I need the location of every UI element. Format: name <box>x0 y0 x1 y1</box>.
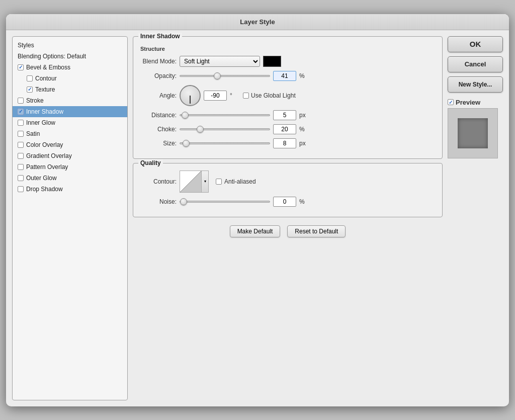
anti-aliased-row: Anti-aliased <box>216 178 256 185</box>
sidebar-item-texture[interactable]: Texture <box>13 84 127 95</box>
sidebar-item-blending-options[interactable]: Blending Options: Default <box>13 51 127 62</box>
choke-row: Choke: % <box>140 124 435 134</box>
anti-aliased-checkbox[interactable] <box>216 179 222 185</box>
preview-label-text: Preview <box>456 99 480 106</box>
inner-shadow-section-title: Inner Shadow <box>138 33 182 40</box>
use-global-light-row: Use Global Light <box>243 92 296 99</box>
layer-style-dialog: Layer Style Styles Blending Options: Def… <box>6 14 509 406</box>
noise-unit: % <box>299 198 309 205</box>
sidebar-item-outer-glow[interactable]: Outer Glow <box>13 173 127 184</box>
opacity-input[interactable] <box>273 71 296 81</box>
sidebar-item-bevel-emboss[interactable]: Bevel & Emboss <box>13 62 127 73</box>
blend-mode-label: Blend Mode: <box>140 58 177 65</box>
sidebar: Styles Blending Options: Default Bevel &… <box>12 36 128 400</box>
use-global-light-label: Use Global Light <box>251 92 296 99</box>
label-texture: Texture <box>35 86 55 93</box>
ok-button[interactable]: OK <box>448 36 503 52</box>
opacity-label: Opacity: <box>140 72 177 79</box>
checkbox-satin[interactable] <box>18 131 24 137</box>
checkbox-inner-shadow[interactable] <box>18 109 24 115</box>
angle-label: Angle: <box>140 92 177 99</box>
sidebar-item-color-overlay[interactable]: Color Overlay <box>13 139 127 150</box>
sidebar-item-pattern-overlay[interactable]: Pattern Overlay <box>13 161 127 173</box>
anti-aliased-label: Anti-aliased <box>224 178 256 185</box>
distance-unit: px <box>299 112 309 119</box>
noise-slider[interactable] <box>180 201 270 203</box>
checkbox-texture[interactable] <box>27 87 33 93</box>
angle-dial[interactable] <box>180 85 201 106</box>
choke-unit: % <box>299 126 309 133</box>
distance-label: Distance: <box>140 112 177 119</box>
sidebar-item-drop-shadow[interactable]: Drop Shadow <box>13 184 127 195</box>
make-default-button[interactable]: Make Default <box>230 225 281 237</box>
blend-mode-row: Blend Mode: Soft Light Normal Multiply S… <box>140 56 435 67</box>
sidebar-item-inner-shadow[interactable]: Inner Shadow <box>13 106 127 117</box>
size-input[interactable] <box>273 138 296 148</box>
noise-row: Noise: % <box>140 197 435 207</box>
checkbox-inner-glow[interactable] <box>18 120 24 126</box>
sidebar-item-gradient-overlay[interactable]: Gradient Overlay <box>13 150 127 161</box>
choke-slider-track <box>180 126 270 133</box>
preview-section: Preview <box>448 99 503 158</box>
choke-slider[interactable] <box>180 128 270 130</box>
cancel-button[interactable]: Cancel <box>448 56 503 72</box>
checkbox-pattern-overlay[interactable] <box>18 164 24 170</box>
label-gradient-overlay: Gradient Overlay <box>26 152 72 159</box>
blend-color-swatch[interactable] <box>263 56 281 67</box>
distance-slider-track <box>180 112 270 119</box>
right-panel: OK Cancel New Style... Preview <box>448 36 503 400</box>
opacity-unit: % <box>299 72 309 79</box>
label-contour: Contour <box>35 75 57 82</box>
sidebar-item-contour[interactable]: Contour <box>13 73 127 84</box>
opacity-slider-track <box>180 72 270 79</box>
label-stroke: Stroke <box>26 97 44 104</box>
new-style-button[interactable]: New Style... <box>448 76 503 93</box>
label-inner-shadow: Inner Shadow <box>26 108 63 115</box>
dialog-body: Styles Blending Options: Default Bevel &… <box>6 30 509 406</box>
angle-input[interactable] <box>204 91 227 101</box>
checkbox-bevel-emboss[interactable] <box>18 64 24 70</box>
checkbox-color-overlay[interactable] <box>18 142 24 148</box>
noise-input[interactable] <box>273 197 296 207</box>
choke-input[interactable] <box>273 124 296 134</box>
quality-section: Quality Contour: ▾ <box>133 163 443 217</box>
size-slider[interactable] <box>180 142 270 144</box>
size-row: Size: px <box>140 138 435 148</box>
angle-row: Angle: ° Use Global Light <box>140 85 435 106</box>
contour-dropdown-button[interactable]: ▾ <box>202 171 209 193</box>
angle-dial-needle <box>190 96 191 104</box>
contour-preview[interactable] <box>180 171 202 193</box>
use-global-light-checkbox[interactable] <box>243 93 249 99</box>
label-satin: Satin <box>26 130 40 137</box>
label-drop-shadow: Drop Shadow <box>26 186 63 193</box>
checkbox-drop-shadow[interactable] <box>18 186 24 192</box>
label-color-overlay: Color Overlay <box>26 141 63 148</box>
sidebar-item-satin[interactable]: Satin <box>13 128 127 139</box>
size-unit: px <box>299 140 309 147</box>
checkbox-contour[interactable] <box>27 75 33 81</box>
checkbox-gradient-overlay[interactable] <box>18 153 24 159</box>
label-outer-glow: Outer Glow <box>26 175 57 182</box>
preview-checkbox[interactable] <box>448 99 454 105</box>
contour-row: Contour: ▾ Anti-aliased <box>140 171 435 193</box>
inner-shadow-section: Inner Shadow Structure Blend Mode: Soft … <box>133 36 443 159</box>
choke-label: Choke: <box>140 126 177 133</box>
opacity-slider[interactable] <box>180 75 270 77</box>
center-panel: Inner Shadow Structure Blend Mode: Soft … <box>133 36 443 400</box>
blend-mode-select[interactable]: Soft Light Normal Multiply Screen Overla… <box>180 56 260 67</box>
distance-row: Distance: px <box>140 110 435 120</box>
reset-to-default-button[interactable]: Reset to Default <box>287 225 346 237</box>
structure-subtitle: Structure <box>140 46 435 52</box>
distance-slider[interactable] <box>180 114 270 116</box>
checkbox-stroke[interactable] <box>18 98 24 104</box>
sidebar-item-styles[interactable]: Styles <box>13 40 127 51</box>
label-inner-glow: Inner Glow <box>26 119 55 126</box>
sidebar-item-stroke[interactable]: Stroke <box>13 95 127 106</box>
sidebar-item-inner-glow[interactable]: Inner Glow <box>13 117 127 128</box>
size-slider-track <box>180 140 270 147</box>
distance-input[interactable] <box>273 110 296 120</box>
preview-label-row: Preview <box>448 99 503 106</box>
contour-svg <box>180 171 201 192</box>
checkbox-outer-glow[interactable] <box>18 175 24 181</box>
preview-canvas <box>448 108 498 158</box>
